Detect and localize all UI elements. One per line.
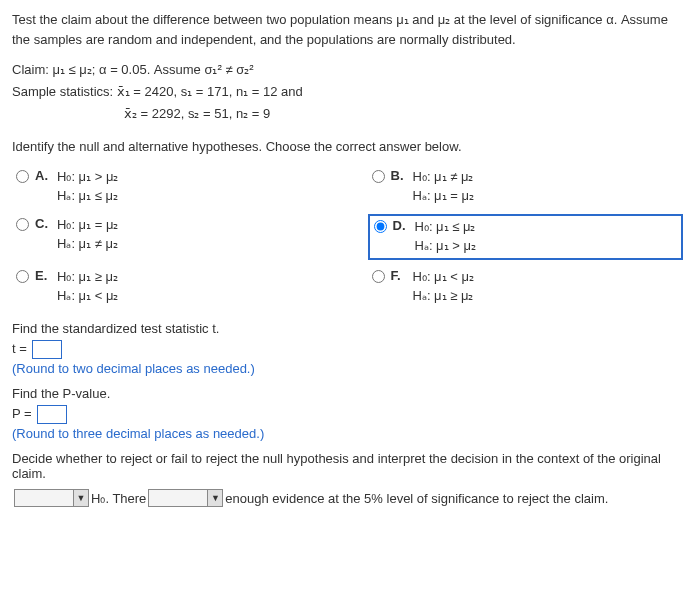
chevron-down-icon: ▼ [207,490,222,506]
radio-a[interactable] [16,170,29,183]
p-hint: (Round to three decimal places as needed… [12,426,683,441]
radio-b[interactable] [372,170,385,183]
hypothesis-question: Identify the null and alternative hypoth… [12,139,683,154]
choice-letter: A. [35,168,51,183]
choice-a[interactable]: A. H₀: μ₁ > μ₂Hₐ: μ₁ ≤ μ₂ [12,166,328,208]
t-hint: (Round to two decimal places as needed.) [12,361,683,376]
choice-c[interactable]: C. H₀: μ₁ = μ₂Hₐ: μ₁ ≠ μ₂ [12,214,328,260]
final-text-2: enough evidence at the 5% level of signi… [225,491,608,506]
t-prefix: t = [12,341,30,356]
choice-c-text: H₀: μ₁ = μ₂Hₐ: μ₁ ≠ μ₂ [57,216,118,254]
find-p-label: Find the P-value. [12,386,683,401]
choice-e[interactable]: E. H₀: μ₁ ≥ μ₂Hₐ: μ₁ < μ₂ [12,266,328,308]
t-input[interactable] [32,340,62,359]
radio-c[interactable] [16,218,29,231]
choice-f-text: H₀: μ₁ < μ₂Hₐ: μ₁ ≥ μ₂ [413,268,474,306]
choice-letter: D. [393,218,409,233]
radio-d[interactable] [374,220,387,233]
find-t-label: Find the standardized test statistic t. [12,321,683,336]
choice-grid: A. H₀: μ₁ > μ₂Hₐ: μ₁ ≤ μ₂ B. H₀: μ₁ ≠ μ₂… [12,166,683,307]
choice-letter: F. [391,268,407,283]
intro-text: Test the claim about the difference betw… [12,10,683,49]
radio-e[interactable] [16,270,29,283]
decision-instruction: Decide whether to reject or fail to reje… [12,451,683,481]
choice-b-text: H₀: μ₁ ≠ μ₂Hₐ: μ₁ = μ₂ [413,168,474,206]
evidence-dropdown[interactable]: ▼ [148,489,223,507]
chevron-down-icon: ▼ [73,490,88,506]
sample-stats-1: Sample statistics: x̄₁ = 2420, s₁ = 171,… [12,81,683,103]
radio-f[interactable] [372,270,385,283]
p-input[interactable] [37,405,67,424]
choice-f[interactable]: F. H₀: μ₁ < μ₂Hₐ: μ₁ ≥ μ₂ [368,266,684,308]
choice-e-text: H₀: μ₁ ≥ μ₂Hₐ: μ₁ < μ₂ [57,268,118,306]
choice-letter: E. [35,268,51,283]
choice-letter: C. [35,216,51,231]
p-prefix: P = [12,406,35,421]
choice-a-text: H₀: μ₁ > μ₂Hₐ: μ₁ ≤ μ₂ [57,168,118,206]
sample-stats-2: x̄₂ = 2292, s₂ = 51, n₂ = 9 [12,103,683,125]
choice-d[interactable]: D. H₀: μ₁ ≤ μ₂Hₐ: μ₁ > μ₂ [368,214,684,260]
choice-d-text: H₀: μ₁ ≤ μ₂Hₐ: μ₁ > μ₂ [415,218,476,256]
reject-dropdown[interactable]: ▼ [14,489,89,507]
choice-b[interactable]: B. H₀: μ₁ ≠ μ₂Hₐ: μ₁ = μ₂ [368,166,684,208]
final-text-1: H₀. There [91,491,146,506]
claim-line: Claim: μ₁ ≤ μ₂; α = 0.05. Assume σ₁² ≠ σ… [12,59,683,81]
choice-letter: B. [391,168,407,183]
